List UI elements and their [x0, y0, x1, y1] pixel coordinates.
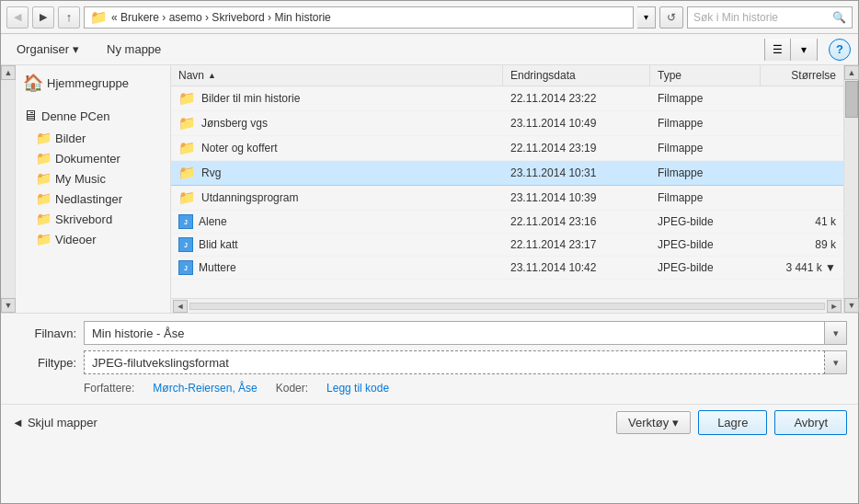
file-list-wrapper: Navn ▲ Endringsdata Type Størrelse 📁	[171, 65, 843, 313]
ny-mappe-label: Ny mappe	[107, 42, 161, 56]
file-name: 📁Bilder til min historie	[171, 86, 503, 110]
vscroll-up-btn[interactable]: ▲	[844, 65, 859, 80]
vscroll-thumb[interactable]	[845, 81, 858, 118]
filename-dropdown[interactable]: ▾	[825, 321, 847, 345]
view-control: ☰ ▾	[764, 39, 818, 61]
table-row[interactable]: 📁Noter og koffert 22.11.2014 23:19 Filma…	[171, 136, 843, 161]
lagre-label: Lagre	[717, 416, 748, 430]
file-name: 📁Utdanningsprogram	[171, 186, 503, 210]
sidebar-scroll-down-btn[interactable]: ▼	[1, 298, 16, 313]
file-size: 89 k	[761, 234, 843, 256]
lagre-button[interactable]: Lagre	[698, 410, 767, 435]
file-size	[761, 86, 843, 110]
col-header-storrelse[interactable]: Størrelse	[761, 65, 843, 86]
filetype-dropdown[interactable]: ▾	[825, 350, 847, 374]
sidebar-item-my-music[interactable]: 📁 My Music	[16, 168, 170, 189]
hscroll-track[interactable]	[189, 303, 825, 310]
hide-folders-label: Skjul mapper	[28, 416, 97, 430]
col-header-endringsdata[interactable]: Endringsdata	[503, 65, 650, 86]
forward-button[interactable]: ▶	[32, 6, 54, 29]
hide-folders-button[interactable]: ◄ Skjul mapper	[12, 416, 97, 430]
filename-input[interactable]	[84, 321, 825, 345]
filename-row: Filnavn: ▾	[12, 321, 847, 345]
file-name: 📁Noter og koffert	[171, 136, 503, 160]
skrivebord-folder-icon: 📁	[36, 212, 52, 226]
sidebar-item-bilder[interactable]: 📁 Bilder	[16, 128, 170, 148]
organiser-button[interactable]: Organiser ▾	[8, 39, 87, 60]
vscroll-down-btn[interactable]: ▼	[844, 298, 859, 313]
file-name: JAlene	[171, 211, 503, 233]
search-bar[interactable]: Søk i Min historie 🔍	[687, 6, 853, 29]
meta-row: Forfattere: Mørch-Reiersen, Åse Koder: L…	[12, 380, 847, 398]
table-row[interactable]: 📁Utdanningsprogram 23.11.2014 10:39 Film…	[171, 186, 843, 211]
help-button[interactable]: ?	[829, 39, 851, 61]
sidebar-scroll-track	[1, 80, 15, 298]
view-dropdown-button[interactable]: ▾	[791, 39, 817, 61]
back-button[interactable]: ◀	[6, 6, 29, 29]
avbryt-button[interactable]: Avbryt	[774, 410, 847, 435]
verktoy-dropdown-icon: ▾	[672, 416, 679, 430]
sidebar-scroll-up-btn[interactable]: ▲	[1, 65, 16, 80]
folder-icon: 📁	[178, 115, 196, 132]
koder-link[interactable]: Legg til kode	[326, 382, 389, 395]
table-row[interactable]: 📁Rvg 23.11.2014 10:31 Filmappe	[171, 161, 843, 186]
verktoy-button[interactable]: Verktøy ▾	[616, 411, 691, 434]
forfattere-link[interactable]: Mørch-Reiersen, Åse	[153, 382, 257, 395]
breadcrumb-folder-icon: 📁	[90, 9, 108, 26]
vertical-scrollbar: ▲ ▼	[843, 65, 858, 313]
search-icon[interactable]: 🔍	[832, 11, 846, 24]
sort-up-icon: ▲	[208, 71, 216, 80]
sidebar-item-denne-pcen[interactable]: 🖥 Denne PCen	[16, 104, 170, 128]
toolbar: Organiser ▾ Ny mappe ☰ ▾ ?	[1, 34, 858, 65]
file-date: 22.11.2014 23:17	[503, 234, 650, 256]
pcen-label: Denne PCen	[41, 109, 109, 123]
nedlastinger-label: Nedlastinger	[55, 192, 122, 206]
sidebar: 🏠 Hjemmegruppe 🖥 Denne PCen 📁 Bilder 📁 D…	[16, 65, 171, 313]
hscroll-left-btn[interactable]: ◄	[173, 300, 188, 313]
footer: ◄ Skjul mapper Verktøy ▾ Lagre Avbryt	[1, 404, 858, 441]
search-placeholder: Søk i Min historie	[693, 11, 829, 24]
table-row[interactable]: JAlene 22.11.2014 23:16 JPEG-bilde 41 k	[171, 211, 843, 234]
address-bar-container: ◀ ▶ ↑ 📁 « Brukere › asemo › Skrivebord ›…	[1, 1, 858, 34]
file-date: 23.11.2014 10:49	[503, 111, 650, 135]
sidebar-item-videoer[interactable]: 📁 Videoer	[16, 229, 170, 249]
nedlastinger-folder-icon: 📁	[36, 191, 52, 206]
view-list-button[interactable]: ☰	[765, 39, 791, 61]
file-type: JPEG-bilde	[650, 211, 761, 233]
mymusic-folder-icon: 📁	[36, 171, 52, 186]
table-row[interactable]: JBlid katt 22.11.2014 23:17 JPEG-bilde 8…	[171, 234, 843, 257]
file-type: JPEG-bilde	[650, 257, 761, 279]
filetype-row: Filtype: ▾	[12, 350, 847, 374]
up-button[interactable]: ↑	[58, 6, 80, 29]
col-header-navn[interactable]: Navn ▲	[171, 65, 503, 86]
file-date: 22.11.2014 23:16	[503, 211, 650, 233]
table-row[interactable]: 📁Bilder til min historie 22.11.2014 23:2…	[171, 86, 843, 111]
sidebar-item-skrivebord[interactable]: 📁 Skrivebord	[16, 209, 170, 229]
sidebar-item-nedlastinger[interactable]: 📁 Nedlastinger	[16, 189, 170, 209]
verktoy-label: Verktøy	[628, 416, 669, 430]
file-type: Filmappe	[650, 111, 761, 135]
filename-input-container: ▾	[84, 321, 847, 345]
sidebar-item-hjemmegruppe[interactable]: 🏠 Hjemmegruppe	[16, 69, 170, 97]
refresh-button[interactable]: ↺	[659, 6, 683, 29]
folder-icon: 📁	[178, 140, 196, 156]
breadcrumb-bar[interactable]: 📁 « Brukere › asemo › Skrivebord › Min h…	[84, 6, 634, 29]
sidebar-item-dokumenter[interactable]: 📁 Dokumenter	[16, 148, 170, 168]
address-dropdown[interactable]: ▾	[637, 6, 656, 29]
file-type: Filmappe	[650, 86, 761, 110]
table-row[interactable]: JMuttere 23.11.2014 10:42 JPEG-bilde 3 4…	[171, 257, 843, 280]
file-size	[761, 161, 843, 185]
file-name: JMuttere	[171, 257, 503, 279]
file-size	[761, 186, 843, 210]
breadcrumb-text: « Brukere › asemo › Skrivebord › Min his…	[111, 11, 331, 24]
file-type: Filmappe	[650, 186, 761, 210]
organiser-dropdown-icon: ▾	[73, 42, 79, 56]
file-date: 23.11.2014 10:39	[503, 186, 650, 210]
ny-mappe-button[interactable]: Ny mappe	[98, 39, 169, 60]
hscroll-right-btn[interactable]: ►	[827, 300, 842, 313]
col-header-type[interactable]: Type	[650, 65, 761, 86]
file-size: 41 k	[761, 211, 843, 233]
filetype-input[interactable]	[84, 350, 825, 374]
table-row[interactable]: 📁Jønsberg vgs 23.11.2014 10:49 Filmappe	[171, 111, 843, 136]
main-area: ▲ ▼ 🏠 Hjemmegruppe 🖥 Denne PCen 📁 Bilder…	[1, 65, 858, 314]
